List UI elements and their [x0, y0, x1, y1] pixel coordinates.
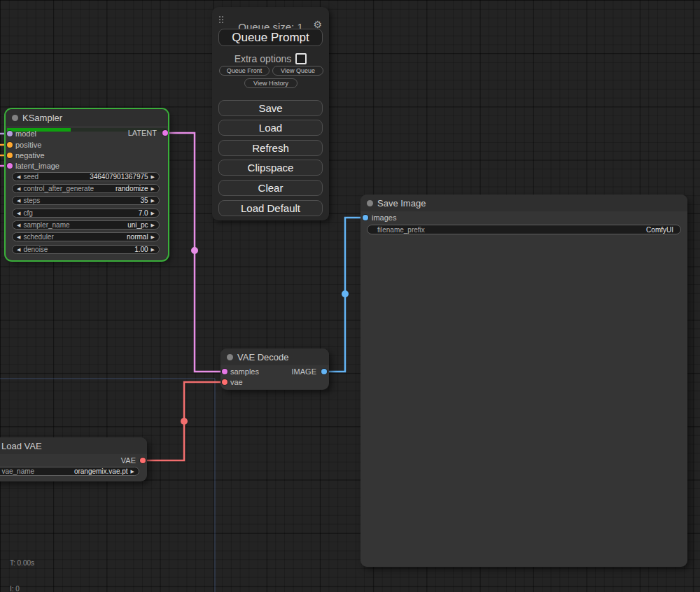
input-positive: positive [15, 141, 41, 149]
positive-port-dot[interactable] [7, 142, 13, 148]
input-negative: negative [15, 151, 45, 160]
node-vae-decode[interactable]: VAE Decode samples vae IMAGE [220, 348, 329, 390]
images-port-dot[interactable] [363, 215, 368, 220]
queue-prompt-button[interactable]: Queue Prompt [218, 29, 323, 46]
widget-steps[interactable]: ◀ steps 35 ▶ [12, 196, 160, 205]
input-images: images [372, 213, 396, 222]
image-link-midpoint-dot[interactable] [342, 290, 349, 297]
node-titlebar[interactable]: Save Image [360, 195, 687, 211]
load-default-button[interactable]: Load Default [218, 200, 323, 216]
widget-sampler-name[interactable]: ◀ sampler_name uni_pc ▶ [12, 220, 160, 230]
increment-arrow-icon[interactable]: ▶ [151, 196, 155, 205]
output-vae: VAE [121, 456, 136, 465]
node-collapse-dot[interactable] [12, 115, 18, 121]
vae-output-port-dot[interactable] [140, 458, 146, 463]
node-titlebar[interactable]: KSampler [6, 109, 168, 126]
decrement-arrow-icon[interactable]: ◀ [17, 232, 20, 241]
refresh-button[interactable]: Refresh [218, 140, 323, 156]
view-queue-button[interactable]: View Queue [272, 66, 323, 76]
increment-arrow-icon[interactable]: ▶ [131, 467, 134, 476]
increment-arrow-icon[interactable]: ▶ [151, 172, 155, 181]
stat-time: T: 0.00s [10, 559, 47, 568]
node-load-vae[interactable]: Load VAE VAE ◀ vae_name orangemix.vae.pt… [0, 437, 147, 481]
widget-seed[interactable]: ◀ seed 346407901367975 ▶ [12, 172, 160, 181]
node-graph-canvas[interactable]: KSampler model positive negative latent_… [0, 0, 700, 592]
increment-arrow-icon[interactable]: ▶ [151, 232, 155, 241]
image-link [324, 218, 366, 372]
load-button[interactable]: Load [218, 120, 323, 136]
decrement-arrow-icon[interactable]: ◀ [17, 245, 20, 254]
stat-iterations: I: 0 [10, 585, 47, 592]
widget-filename-prefix[interactable]: filename_prefix ComfyUI [367, 225, 681, 234]
vae-link-midpoint-dot[interactable] [181, 418, 188, 425]
input-model: model [15, 129, 36, 138]
widget-control-after-generate[interactable]: ◀ control_after_generate randomize ▶ [12, 184, 160, 193]
latent-image-port-dot[interactable] [7, 163, 13, 169]
node-collapse-dot[interactable] [227, 354, 233, 360]
decrement-arrow-icon[interactable]: ◀ [17, 220, 20, 230]
input-vae: vae [230, 378, 243, 386]
vae-port-dot[interactable] [222, 379, 227, 385]
latent-link-midpoint-dot[interactable] [191, 247, 198, 254]
vae-link [141, 382, 225, 460]
increment-arrow-icon[interactable]: ▶ [151, 245, 155, 254]
clipspace-button[interactable]: Clipspace [218, 160, 323, 176]
widget-denoise[interactable]: ◀ denoise 1.00 ▶ [12, 245, 160, 254]
output-latent: LATENT [128, 129, 157, 137]
decrement-arrow-icon[interactable]: ◀ [17, 209, 20, 218]
extra-options-label: Extra options [234, 53, 292, 64]
queue-front-button[interactable]: Queue Front [219, 66, 270, 76]
increment-arrow-icon[interactable]: ▶ [151, 209, 155, 218]
increment-arrow-icon[interactable]: ▶ [151, 184, 155, 193]
input-samples: samples [230, 367, 259, 376]
output-image: IMAGE [292, 367, 316, 376]
node-title: Save Image [377, 198, 426, 209]
node-title: Load VAE [1, 441, 42, 451]
node-ksampler[interactable]: KSampler model positive negative latent_… [6, 109, 168, 260]
decrement-arrow-icon[interactable]: ◀ [17, 196, 20, 205]
model-port-dot[interactable] [7, 131, 13, 136]
comfy-menu-panel[interactable]: Queue size: 1 ⚙ Queue Prompt Extra optio… [212, 7, 329, 220]
node-save-image[interactable]: Save Image images filename_prefix ComfyU… [360, 195, 687, 567]
increment-arrow-icon[interactable]: ▶ [151, 220, 155, 230]
view-history-button[interactable]: View History [244, 78, 298, 88]
widget-cfg[interactable]: ◀ cfg 7.0 ▶ [12, 209, 160, 218]
node-titlebar[interactable]: VAE Decode [220, 348, 329, 365]
node-title: VAE Decode [237, 352, 288, 362]
node-collapse-dot[interactable] [367, 200, 373, 206]
widget-scheduler[interactable]: ◀ scheduler normal ▶ [12, 232, 160, 241]
input-latent-image: latent_image [15, 162, 59, 170]
widget-vae-name[interactable]: ◀ vae_name orangemix.vae.pt ▶ [0, 467, 139, 476]
image-output-port-dot[interactable] [321, 369, 327, 374]
performance-stats: T: 0.00s I: 0 N: 15 [4] V: 55 FPS:142.86 [10, 542, 47, 592]
node-titlebar[interactable]: Load VAE [0, 437, 147, 454]
decrement-arrow-icon[interactable]: ◀ [17, 184, 20, 193]
decrement-arrow-icon[interactable]: ◀ [17, 172, 20, 181]
samples-port-dot[interactable] [222, 369, 227, 374]
negative-port-dot[interactable] [7, 153, 13, 158]
latent-output-port-dot[interactable] [162, 130, 168, 136]
node-title: KSampler [22, 113, 62, 123]
clear-button[interactable]: Clear [218, 180, 323, 196]
save-button[interactable]: Save [218, 100, 323, 116]
extra-options-checkbox[interactable] [295, 53, 307, 64]
